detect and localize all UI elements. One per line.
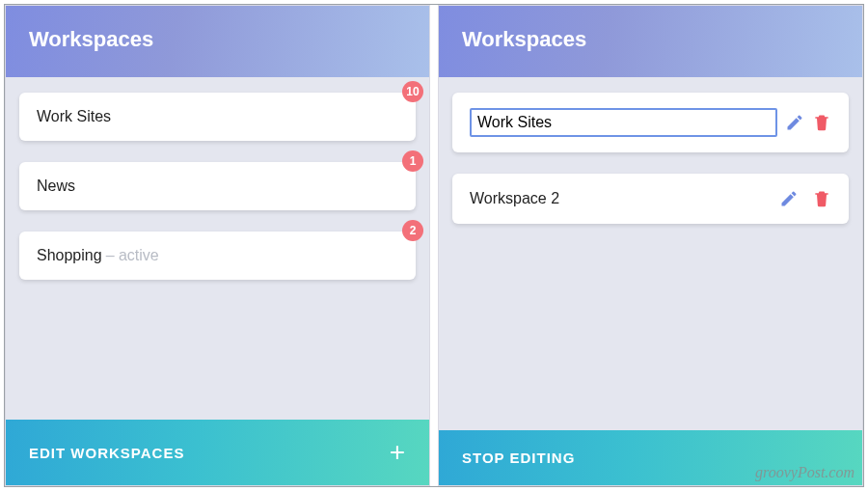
- panel-title: Workspaces: [6, 6, 429, 77]
- workspace-name: Workspace 2: [470, 190, 559, 207]
- workspace-item[interactable]: News 1: [19, 162, 416, 210]
- count-badge: 1: [402, 150, 423, 172]
- workspace-item[interactable]: Work Sites 10: [19, 93, 416, 141]
- workspace-name-input[interactable]: [470, 108, 777, 137]
- workspace-edit-row: [452, 93, 849, 152]
- trash-icon[interactable]: [812, 113, 831, 132]
- workspace-list: Work Sites 10 News 1 Shopping – active 2: [6, 77, 429, 420]
- pencil-icon[interactable]: [779, 189, 799, 208]
- panel-title: Workspaces: [439, 6, 862, 77]
- count-badge: 2: [402, 220, 423, 241]
- workspace-edit-list: Workspace 2: [439, 77, 862, 430]
- active-label: – active: [106, 247, 159, 264]
- workspace-item-active[interactable]: Shopping – active 2: [19, 232, 416, 280]
- footer-label: EDIT WORKSPACES: [29, 445, 184, 461]
- pencil-icon[interactable]: [785, 113, 804, 132]
- workspace-name: Work Sites: [37, 108, 111, 125]
- workspace-name: News: [37, 177, 75, 195]
- workspace-name: Shopping: [37, 247, 102, 264]
- row-actions: [779, 189, 831, 208]
- edit-workspaces-button[interactable]: EDIT WORKSPACES +: [6, 420, 429, 485]
- trash-icon[interactable]: [812, 189, 831, 208]
- count-badge: 10: [402, 81, 423, 102]
- footer-label: STOP EDITING: [462, 450, 575, 466]
- stop-editing-button[interactable]: STOP EDITING: [439, 430, 862, 485]
- panel-editing: Workspaces Workspace 2: [438, 5, 863, 486]
- add-icon[interactable]: +: [390, 439, 406, 466]
- panel-normal: Workspaces Work Sites 10 News 1 Shopping…: [5, 5, 430, 486]
- screenshot-frame: Workspaces Work Sites 10 News 1 Shopping…: [4, 4, 864, 487]
- workspace-edit-row: Workspace 2: [452, 174, 849, 224]
